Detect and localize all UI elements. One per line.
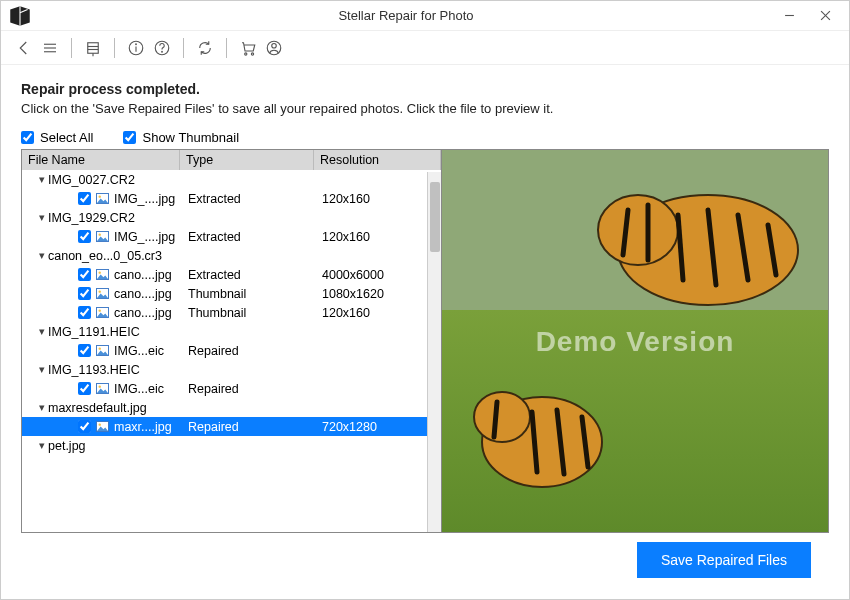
file-checkbox[interactable] — [78, 344, 91, 357]
user-icon[interactable] — [261, 35, 287, 61]
cell-filename: maxr....jpg — [26, 420, 184, 434]
scroll-thumb[interactable] — [430, 182, 440, 252]
list-icon[interactable] — [80, 35, 106, 61]
select-all-label: Select All — [40, 130, 93, 145]
expand-chevron-icon[interactable]: ▾ — [36, 249, 48, 262]
file-name: IMG_....jpg — [114, 230, 175, 244]
tree-child-row[interactable]: IMG_....jpgExtracted120x160 — [22, 189, 441, 208]
file-checkbox[interactable] — [78, 268, 91, 281]
svg-point-31 — [99, 385, 101, 387]
tree-parent-row[interactable]: ▾IMG_0027.CR2 — [22, 170, 441, 189]
cell-type: Thumbnail — [184, 287, 318, 301]
svg-line-47 — [494, 402, 497, 437]
preview-tiger-small — [462, 362, 622, 502]
image-file-icon — [95, 306, 110, 319]
image-file-icon — [95, 192, 110, 205]
image-file-icon — [95, 230, 110, 243]
file-checkbox[interactable] — [78, 230, 91, 243]
file-name: canon_eo...0_05.cr3 — [48, 249, 162, 263]
tree-body[interactable]: ▾IMG_0027.CR2IMG_....jpgExtracted120x160… — [22, 170, 441, 532]
svg-point-11 — [136, 43, 137, 44]
cell-filename: cano....jpg — [26, 268, 184, 282]
cell-resolution: 4000x6000 — [318, 268, 441, 282]
tree-parent-row[interactable]: ▾pet.jpg — [22, 436, 441, 455]
expand-chevron-icon[interactable]: ▾ — [36, 211, 48, 224]
image-file-icon — [95, 382, 110, 395]
close-button[interactable] — [807, 4, 843, 28]
cell-filename: ▾pet.jpg — [26, 439, 184, 453]
file-checkbox[interactable] — [78, 287, 91, 300]
tree-child-row[interactable]: maxr....jpgRepaired720x1280 — [22, 417, 441, 436]
save-repaired-files-button[interactable]: Save Repaired Files — [637, 542, 811, 578]
expand-chevron-icon[interactable]: ▾ — [36, 173, 48, 186]
tree-child-row[interactable]: cano....jpgThumbnail120x160 — [22, 303, 441, 322]
cell-filename: ▾canon_eo...0_05.cr3 — [26, 249, 184, 263]
cell-type: Extracted — [184, 268, 318, 282]
file-name: IMG_1193.HEIC — [48, 363, 140, 377]
svg-point-17 — [272, 43, 277, 48]
tree-parent-row[interactable]: ▾IMG_1929.CR2 — [22, 208, 441, 227]
refresh-icon[interactable] — [192, 35, 218, 61]
cell-resolution: 120x160 — [318, 230, 441, 244]
cell-filename: IMG...eic — [26, 382, 184, 396]
tree-child-row[interactable]: cano....jpgExtracted4000x6000 — [22, 265, 441, 284]
select-all-input[interactable] — [21, 131, 34, 144]
separator — [226, 38, 227, 58]
tree-scrollbar[interactable] — [427, 172, 441, 532]
cell-resolution: 1080x1620 — [318, 287, 441, 301]
help-icon[interactable] — [149, 35, 175, 61]
split-pane: File Name Type Resolution ▾IMG_0027.CR2I… — [21, 149, 829, 533]
file-name: cano....jpg — [114, 306, 172, 320]
tree-parent-row[interactable]: ▾IMG_1191.HEIC — [22, 322, 441, 341]
cart-icon[interactable] — [235, 35, 261, 61]
show-thumbnail-label: Show Thumbnail — [142, 130, 239, 145]
file-name: IMG_1191.HEIC — [48, 325, 140, 339]
col-filename[interactable]: File Name — [22, 150, 180, 170]
minimize-button[interactable] — [771, 4, 807, 28]
file-name: cano....jpg — [114, 287, 172, 301]
expand-chevron-icon[interactable]: ▾ — [36, 325, 48, 338]
file-tree-panel: File Name Type Resolution ▾IMG_0027.CR2I… — [22, 150, 442, 532]
svg-point-35 — [598, 195, 678, 265]
col-type[interactable]: Type — [180, 150, 314, 170]
svg-rect-6 — [88, 42, 99, 53]
file-name: pet.jpg — [48, 439, 86, 453]
col-resolution[interactable]: Resolution — [314, 150, 441, 170]
expand-chevron-icon[interactable]: ▾ — [36, 401, 48, 414]
file-checkbox[interactable] — [78, 192, 91, 205]
toolbar — [1, 31, 849, 65]
tree-child-row[interactable]: IMG_....jpgExtracted120x160 — [22, 227, 441, 246]
tree-parent-row[interactable]: ▾canon_eo...0_05.cr3 — [22, 246, 441, 265]
cell-filename: IMG_....jpg — [26, 230, 184, 244]
back-icon[interactable] — [11, 35, 37, 61]
file-checkbox[interactable] — [78, 420, 91, 433]
show-thumbnail-checkbox[interactable]: Show Thumbnail — [123, 130, 239, 145]
select-all-checkbox[interactable]: Select All — [21, 130, 93, 145]
cell-filename: IMG...eic — [26, 344, 184, 358]
status-instruction: Click on the 'Save Repaired Files' to sa… — [21, 101, 829, 116]
tree-parent-row[interactable]: ▾maxresdefault.jpg — [22, 398, 441, 417]
options-row: Select All Show Thumbnail — [21, 130, 829, 145]
svg-point-21 — [99, 233, 101, 235]
file-checkbox[interactable] — [78, 382, 91, 395]
file-checkbox[interactable] — [78, 306, 91, 319]
tree-child-row[interactable]: cano....jpgThumbnail1080x1620 — [22, 284, 441, 303]
expand-chevron-icon[interactable]: ▾ — [36, 363, 48, 376]
tree-child-row[interactable]: IMG...eicRepaired — [22, 379, 441, 398]
tree-header: File Name Type Resolution — [22, 150, 441, 170]
info-icon[interactable] — [123, 35, 149, 61]
cell-filename: ▾IMG_1929.CR2 — [26, 211, 184, 225]
image-file-icon — [95, 420, 110, 433]
show-thumbnail-input[interactable] — [123, 131, 136, 144]
tree-parent-row[interactable]: ▾IMG_1193.HEIC — [22, 360, 441, 379]
preview-panel: Demo Version — [442, 150, 828, 532]
tree-child-row[interactable]: IMG...eicRepaired — [22, 341, 441, 360]
cell-resolution: 120x160 — [318, 306, 441, 320]
menu-icon[interactable] — [37, 35, 63, 61]
file-name: IMG_....jpg — [114, 192, 175, 206]
expand-chevron-icon[interactable]: ▾ — [36, 439, 48, 452]
cell-resolution: 120x160 — [318, 192, 441, 206]
cell-filename: cano....jpg — [26, 306, 184, 320]
file-name: maxr....jpg — [114, 420, 172, 434]
preview-tiger-large — [588, 160, 808, 330]
